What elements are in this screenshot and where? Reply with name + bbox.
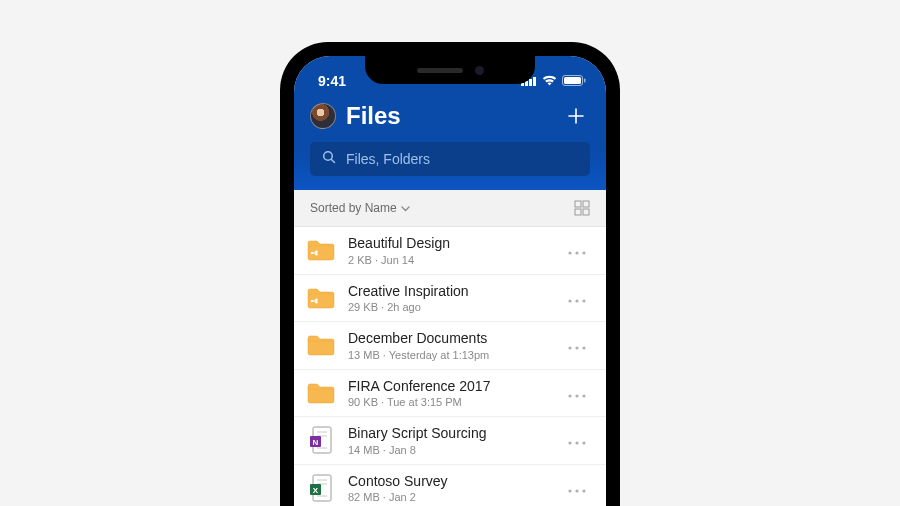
- search-input[interactable]: [346, 151, 578, 167]
- more-button[interactable]: [564, 285, 590, 311]
- list-item[interactable]: XContoso Survey82 MB · Jan 2: [294, 465, 606, 507]
- svg-point-18: [568, 252, 571, 255]
- svg-point-41: [568, 442, 571, 445]
- svg-point-32: [568, 394, 571, 397]
- svg-point-34: [582, 394, 585, 397]
- svg-point-31: [582, 347, 585, 350]
- plus-icon: [566, 106, 586, 126]
- grid-icon: [574, 200, 590, 216]
- list-item[interactable]: December Documents13 MB · Yesterday at 1…: [294, 322, 606, 370]
- excel-icon: X: [306, 473, 336, 503]
- svg-rect-2: [529, 79, 532, 86]
- list-item[interactable]: Beautiful Design2 KB · Jun 14: [294, 227, 606, 275]
- item-meta: 2 KB · Jun 14: [348, 254, 552, 266]
- svg-point-43: [582, 442, 585, 445]
- item-name: Binary Script Sourcing: [348, 425, 552, 443]
- status-time: 9:41: [314, 63, 346, 89]
- battery-icon: [562, 73, 586, 89]
- search-field[interactable]: [310, 142, 590, 176]
- svg-point-33: [575, 394, 578, 397]
- sort-button[interactable]: Sorted by Name: [310, 201, 410, 215]
- view-toggle-button[interactable]: [574, 200, 590, 216]
- ellipsis-icon: [568, 489, 586, 493]
- page-title: Files: [346, 102, 401, 130]
- svg-rect-3: [533, 77, 536, 86]
- notch: [365, 56, 535, 84]
- folder-shared-icon: [306, 235, 336, 265]
- more-button[interactable]: [564, 332, 590, 358]
- item-name: December Documents: [348, 330, 552, 348]
- item-meta: 13 MB · Yesterday at 1:13pm: [348, 349, 552, 361]
- item-info: Beautiful Design2 KB · Jun 14: [348, 235, 552, 266]
- sort-bar: Sorted by Name: [294, 190, 606, 227]
- item-name: Creative Inspiration: [348, 283, 552, 301]
- svg-rect-6: [584, 79, 586, 83]
- svg-point-30: [575, 347, 578, 350]
- svg-rect-5: [564, 77, 581, 84]
- folder-icon: [306, 378, 336, 408]
- item-name: Contoso Survey: [348, 473, 552, 491]
- title-row: Files: [310, 102, 590, 130]
- item-info: Binary Script Sourcing14 MB · Jan 8: [348, 425, 552, 456]
- sort-label-text: Sorted by Name: [310, 201, 397, 215]
- svg-point-28: [582, 299, 585, 302]
- svg-point-26: [568, 299, 571, 302]
- wifi-icon: [542, 73, 557, 89]
- add-button[interactable]: [562, 102, 590, 130]
- svg-point-52: [582, 489, 585, 492]
- list-item[interactable]: FIRA Conference 201790 KB · Tue at 3:15 …: [294, 370, 606, 418]
- svg-point-50: [568, 489, 571, 492]
- screen: 9:41 Files: [294, 56, 606, 506]
- svg-point-27: [575, 299, 578, 302]
- item-meta: 90 KB · Tue at 3:15 PM: [348, 396, 552, 408]
- list-item[interactable]: Creative Inspiration29 KB · 2h ago: [294, 275, 606, 323]
- svg-rect-10: [583, 201, 589, 207]
- speaker-grille: [417, 68, 463, 73]
- svg-rect-9: [575, 201, 581, 207]
- svg-point-19: [575, 252, 578, 255]
- svg-rect-12: [583, 209, 589, 215]
- svg-rect-11: [575, 209, 581, 215]
- item-info: FIRA Conference 201790 KB · Tue at 3:15 …: [348, 378, 552, 409]
- chevron-down-icon: [401, 201, 410, 215]
- title-left: Files: [310, 102, 401, 130]
- item-info: Creative Inspiration29 KB · 2h ago: [348, 283, 552, 314]
- folder-shared-icon: [306, 283, 336, 313]
- svg-point-20: [582, 252, 585, 255]
- ellipsis-icon: [568, 441, 586, 445]
- ellipsis-icon: [568, 346, 586, 350]
- item-info: December Documents13 MB · Yesterday at 1…: [348, 330, 552, 361]
- more-button[interactable]: [564, 475, 590, 501]
- avatar[interactable]: [310, 103, 336, 129]
- svg-point-29: [568, 347, 571, 350]
- ellipsis-icon: [568, 299, 586, 303]
- more-button[interactable]: [564, 237, 590, 263]
- front-camera: [475, 66, 484, 75]
- ellipsis-icon: [568, 251, 586, 255]
- svg-text:X: X: [313, 485, 319, 494]
- item-meta: 14 MB · Jan 8: [348, 444, 552, 456]
- item-name: Beautiful Design: [348, 235, 552, 253]
- item-meta: 29 KB · 2h ago: [348, 301, 552, 313]
- search-icon: [322, 150, 336, 168]
- svg-line-8: [331, 159, 334, 162]
- onenote-icon: N: [306, 425, 336, 455]
- folder-icon: [306, 330, 336, 360]
- more-button[interactable]: [564, 380, 590, 406]
- ellipsis-icon: [568, 394, 586, 398]
- phone-frame: 9:41 Files: [280, 42, 620, 506]
- file-list[interactable]: Beautiful Design2 KB · Jun 14Creative In…: [294, 227, 606, 506]
- svg-text:N: N: [313, 438, 319, 447]
- item-meta: 82 MB · Jan 2: [348, 491, 552, 503]
- item-info: Contoso Survey82 MB · Jan 2: [348, 473, 552, 504]
- more-button[interactable]: [564, 427, 590, 453]
- svg-point-42: [575, 442, 578, 445]
- svg-point-51: [575, 489, 578, 492]
- app-header: Files: [294, 96, 606, 190]
- item-name: FIRA Conference 2017: [348, 378, 552, 396]
- list-item[interactable]: NBinary Script Sourcing14 MB · Jan 8: [294, 417, 606, 465]
